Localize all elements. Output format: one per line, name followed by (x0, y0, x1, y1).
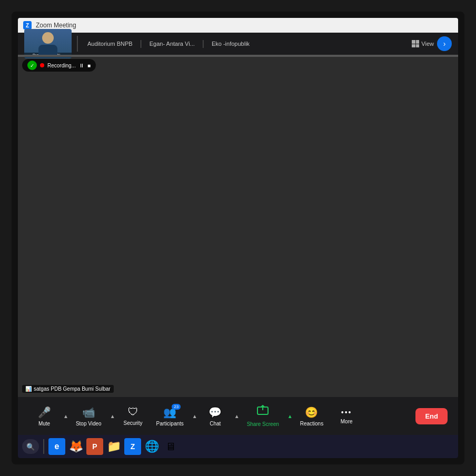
zoom-window: Z Zoom Meeting Pusdatinkom BN... Auditor… (18, 18, 458, 435)
taskbar-browser[interactable]: 🌐 (143, 438, 160, 455)
recording-dot (40, 63, 44, 67)
security-button[interactable]: 🛡 Security (117, 403, 149, 429)
share-screen-icon (257, 405, 269, 419)
taskbar-edge[interactable]: e (48, 438, 65, 455)
more-icon: ••• (341, 408, 352, 417)
chat-label: Chat (210, 421, 221, 427)
stop-icon: ■ (87, 63, 91, 68)
zoom-toolbar: 🎤 Mute ▲ 📹 Stop Video ▲ 🛡 Security (18, 397, 458, 435)
windows-taskbar: 🔍 e 🦊 P 📁 Z 🌐 🖥 (18, 435, 458, 458)
chat-caret[interactable]: ▲ (234, 413, 240, 419)
taskbar-firefox[interactable]: 🦊 (67, 438, 84, 455)
mute-label: Mute (38, 421, 50, 427)
monitor: Z Zoom Meeting Pusdatinkom BN... Auditor… (12, 12, 464, 464)
mute-button[interactable]: 🎤 Mute (28, 403, 60, 430)
chat-icon: 💬 (209, 406, 222, 419)
bottom-label-text: satgas PDB Gempa Bumi Sulbar (34, 386, 111, 392)
grid-view-icon: View (412, 40, 434, 47)
participants-badge: 23 (172, 404, 181, 410)
share-screen-label: Share Screen (247, 421, 279, 427)
pause-icon: ⏸ (79, 63, 84, 68)
chart-icon: 📊 (25, 386, 32, 392)
end-button[interactable]: End (415, 408, 448, 424)
more-label: More (341, 419, 353, 424)
security-label: Security (124, 420, 143, 426)
taskbar-search[interactable]: 🔍 (22, 439, 39, 454)
chat-button[interactable]: 💬 Chat (200, 403, 231, 430)
video-grid-container: ✓ Recording... ⏸ ■ 📊 satgas PDB Gempa Bu… (18, 55, 458, 397)
video-caret[interactable]: ▲ (110, 413, 115, 419)
reactions-label: Reactions (300, 421, 323, 427)
taskbar-powerpoint[interactable]: P (86, 438, 103, 455)
video-grid (18, 55, 458, 57)
reactions-button[interactable]: 😊 Reactions (295, 403, 329, 430)
taskbar-zoom[interactable]: Z (124, 438, 141, 455)
reactions-icon: 😊 (305, 406, 318, 419)
recording-bar: ✓ Recording... ⏸ ■ (22, 59, 96, 72)
share-screen-button[interactable]: Share Screen (242, 402, 284, 430)
shield-icon: 🛡 (128, 406, 138, 418)
mute-icon: 🎤 (38, 406, 51, 419)
toolbar-left-group: 🎤 Mute ▲ 📹 Stop Video ▲ 🛡 Security (28, 402, 362, 430)
view-label: View (421, 41, 434, 47)
next-page-button[interactable]: › (437, 36, 452, 51)
bottom-label: 📊 satgas PDB Gempa Bumi Sulbar (22, 385, 114, 393)
self-view-thumbnail: Pusdatinkom BN... (24, 29, 72, 58)
participant-name-egan: Egan- Antara Vi... (145, 38, 199, 49)
stop-video-label: Stop Video (76, 421, 102, 427)
video-icon: 📹 (82, 406, 95, 419)
security-status-icon: ✓ (27, 61, 37, 70)
participants-label: Participants (156, 421, 184, 427)
participants-caret[interactable]: ▲ (192, 413, 197, 419)
taskbar-display[interactable]: 🖥 (162, 438, 179, 455)
zoom-icon: Z (23, 21, 32, 29)
participant-name-eko: Eko -infopublik (207, 38, 254, 49)
mute-caret[interactable]: ▲ (63, 413, 68, 419)
recording-label: Recording... (47, 63, 76, 68)
window-title: Zoom Meeting (36, 22, 453, 29)
more-button[interactable]: ••• More (331, 405, 362, 428)
share-screen-caret[interactable]: ▲ (287, 413, 293, 419)
participant-name-auditorium: Auditorium BNPB (83, 38, 137, 49)
view-controls: View › (412, 36, 452, 51)
participant-names-bar: Pusdatinkom BN... Auditorium BNPB | Egan… (18, 33, 458, 55)
participants-icon: 👥 23 (163, 406, 176, 419)
title-bar: Z Zoom Meeting (18, 18, 458, 33)
taskbar-folder[interactable]: 📁 (105, 438, 122, 455)
participants-button[interactable]: 👥 23 Participants (151, 403, 189, 430)
stop-video-button[interactable]: 📹 Stop Video (71, 403, 107, 430)
screen: Z Zoom Meeting Pusdatinkom BN... Auditor… (18, 18, 458, 458)
